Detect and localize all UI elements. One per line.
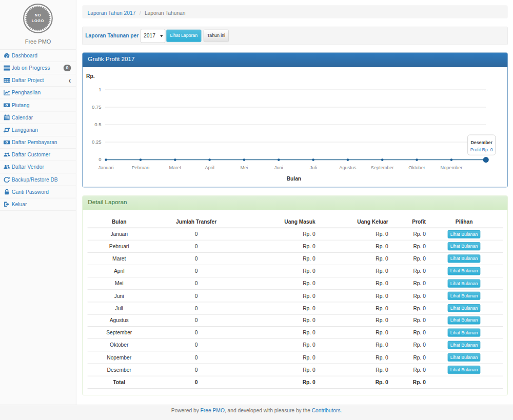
svg-text:0: 0: [98, 156, 101, 162]
svg-text:0.5: 0.5: [94, 122, 101, 127]
svg-text:Nopember: Nopember: [441, 165, 463, 170]
svg-text:Desember: Desember: [470, 140, 492, 145]
svg-text:1: 1: [98, 87, 101, 92]
svg-text:Profit Rp: 0: Profit Rp: 0: [470, 147, 493, 152]
svg-text:Juli: Juli: [310, 165, 317, 170]
svg-text:Oktober: Oktober: [408, 165, 425, 170]
svg-text:Juni: Juni: [274, 165, 283, 170]
svg-text:Bulan: Bulan: [287, 176, 301, 182]
svg-text:NO: NO: [35, 13, 41, 17]
svg-text:LOGO: LOGO: [32, 18, 44, 23]
svg-text:Pebruari: Pebruari: [132, 165, 150, 170]
svg-text:September: September: [371, 165, 394, 170]
svg-text:0.25: 0.25: [92, 139, 102, 145]
svg-text:Maret: Maret: [169, 165, 182, 170]
svg-text:Rp.: Rp.: [86, 73, 95, 79]
svg-text:0.75: 0.75: [92, 104, 102, 110]
svg-text:April: April: [205, 165, 214, 170]
svg-text:Mei: Mei: [241, 165, 248, 170]
svg-text:Januari: Januari: [98, 165, 114, 170]
svg-text:Agustus: Agustus: [339, 165, 356, 170]
